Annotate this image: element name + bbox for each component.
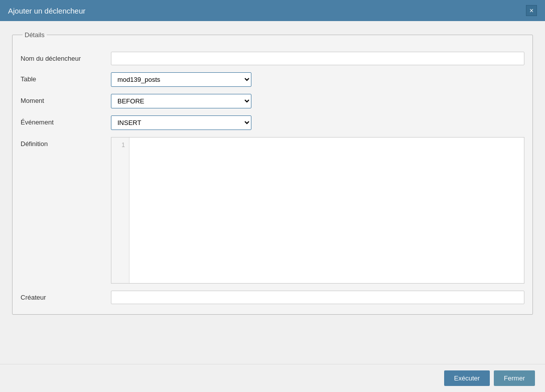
dialog-header: Ajouter un déclencheur × [0,0,545,21]
trigger-name-control [111,52,524,65]
table-row: Table mod139_posts [21,72,524,87]
creator-input[interactable] [111,291,524,304]
moment-row: Moment BEFORE AFTER [21,94,524,108]
moment-label: Moment [21,94,111,104]
table-control: mod139_posts [111,72,524,87]
moment-select[interactable]: BEFORE AFTER [111,94,251,108]
trigger-name-input[interactable] [111,52,524,65]
line-numbers: 1 [111,138,129,283]
definition-row: Définition 1 [21,137,524,284]
dialog-body: Détails Nom du déclencheur Table mod139_… [0,21,545,364]
definition-textarea[interactable] [129,138,524,283]
table-label: Table [21,72,111,83]
definition-control: 1 [111,137,524,284]
close-icon-button[interactable]: × [526,5,537,16]
creator-control [111,291,524,304]
event-row: Événement INSERT UPDATE DELETE [21,115,524,130]
creator-label: Créateur [21,291,111,301]
event-control: INSERT UPDATE DELETE [111,115,524,130]
trigger-name-label: Nom du déclencheur [21,52,111,62]
dialog-title: Ajouter un déclencheur [8,7,85,15]
line-number-1: 1 [115,141,125,150]
event-label: Événement [21,115,111,126]
creator-row: Créateur [21,291,524,304]
dialog-footer: Exécuter Fermer [0,364,545,392]
definition-editor: 1 [111,137,524,284]
table-select[interactable]: mod139_posts [111,72,251,87]
definition-label: Définition [21,137,111,148]
event-select[interactable]: INSERT UPDATE DELETE [111,115,251,130]
dialog: Ajouter un déclencheur × Détails Nom du … [0,0,545,392]
moment-control: BEFORE AFTER [111,94,524,108]
trigger-name-row: Nom du déclencheur [21,52,524,65]
execute-button[interactable]: Exécuter [444,370,490,386]
details-fieldset: Détails Nom du déclencheur Table mod139_… [12,31,533,315]
fieldset-legend: Détails [23,31,47,39]
close-button[interactable]: Fermer [494,370,535,386]
